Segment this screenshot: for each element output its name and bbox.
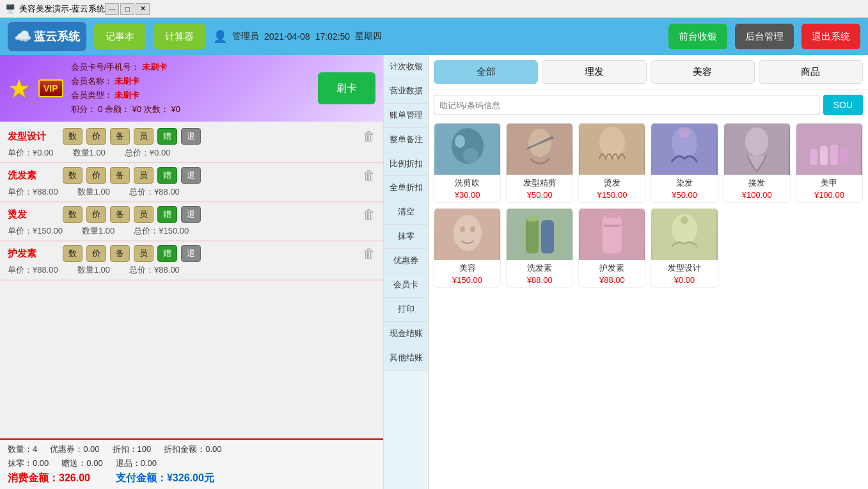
nav-daYin[interactable]: 打印 — [384, 298, 428, 322]
notebook-button[interactable]: 记事本 — [94, 24, 146, 49]
date-display: 2021-04-08 — [264, 31, 310, 42]
nav-qiTa[interactable]: 其他结账 — [384, 346, 428, 371]
return-button[interactable]: 退 — [181, 128, 201, 145]
delete-icon[interactable]: 🗑 — [363, 168, 375, 183]
product-card-9[interactable]: 护发素 ¥88.00 — [578, 208, 645, 288]
product-card-4[interactable]: 染发 ¥50.00 — [651, 123, 718, 203]
delete-icon[interactable]: 🗑 — [363, 246, 375, 261]
nav-quanDan[interactable]: 全单折扣 — [384, 176, 428, 200]
staff-button[interactable]: 员 — [134, 128, 154, 145]
logout-button[interactable]: 退出系统 — [801, 24, 860, 49]
consume-total: 消费金额：326.00 — [8, 472, 90, 485]
gift-button[interactable]: 赠 — [157, 245, 177, 262]
qty-button[interactable]: 数 — [63, 128, 83, 145]
weekday-display: 星期四 — [355, 31, 382, 42]
note-button[interactable]: 备 — [110, 167, 130, 184]
vip-star-icon: ★ — [8, 74, 31, 103]
qty-button[interactable]: 数 — [63, 245, 83, 262]
calculator-button[interactable]: 计算器 — [154, 24, 205, 49]
product-card-10[interactable]: 发型设计 ¥0.00 — [651, 208, 718, 288]
product-card-5[interactable]: 接发 ¥100.00 — [723, 123, 791, 203]
nav-moLing[interactable]: 抹零 — [384, 225, 428, 249]
product-card-8[interactable]: 洗发素 ¥88.00 — [506, 208, 573, 288]
nav-huiYuan[interactable]: 会员卡 — [384, 273, 428, 298]
front-desk-button[interactable]: 前台收银 — [668, 24, 727, 49]
cart-area: 发型设计 数 价 备 员 赠 退 🗑 单价：¥0.00 数量1.00 总价：¥0… — [0, 122, 383, 438]
note-button[interactable]: 备 — [110, 206, 130, 223]
product-name-2: 发型精剪 — [507, 175, 572, 189]
logo-text: 蓝云系统 — [34, 29, 80, 44]
price-button[interactable]: 价 — [86, 128, 106, 145]
tab-shangpin[interactable]: 商品 — [759, 60, 863, 84]
balance-label: 余额： — [105, 104, 130, 114]
product-card-6[interactable]: 美甲 ¥100.00 — [796, 123, 863, 203]
product-name-6: 美甲 — [796, 175, 862, 189]
qty-button[interactable]: 数 — [63, 167, 83, 184]
back-desk-button[interactable]: 后台管理 — [735, 24, 794, 49]
svg-point-21 — [454, 215, 482, 251]
nav-yingYe[interactable]: 营业数据 — [384, 79, 428, 104]
tab-lifa[interactable]: 理发 — [542, 60, 646, 84]
gift-button[interactable]: 赠 — [157, 167, 177, 184]
return-button[interactable]: 退 — [181, 245, 201, 262]
vip-name-value: 未刷卡 — [114, 76, 139, 86]
search-input[interactable] — [434, 95, 819, 115]
product-card-1[interactable]: 洗剪吹 ¥30.00 — [434, 123, 501, 203]
points-label: 积分： — [71, 104, 96, 114]
window-title: 美容美发演示-蓝云系统 — [19, 3, 105, 15]
product-card-7[interactable]: 美容 ¥150.00 — [434, 208, 501, 288]
price-button[interactable]: 价 — [86, 167, 106, 184]
staff-button[interactable]: 员 — [134, 206, 154, 223]
tab-meirong[interactable]: 美容 — [651, 60, 755, 84]
return-button[interactable]: 退 — [181, 167, 201, 184]
svg-rect-30 — [606, 213, 619, 218]
product-price-5: ¥100.00 — [724, 189, 790, 202]
cart-item: 洗发素 数 价 备 员 赠 退 🗑 单价：¥88.00 数量1.00 总价：¥8… — [0, 163, 383, 202]
note-button[interactable]: 备 — [110, 245, 130, 262]
total-price: 总价：¥150.00 — [134, 225, 189, 237]
gift-button[interactable]: 赠 — [157, 206, 177, 223]
category-tabs: 全部 理发 美容 商品 — [429, 55, 868, 90]
gift-button[interactable]: 赠 — [157, 128, 177, 145]
nav-qingKong[interactable]: 清空 — [384, 200, 428, 225]
maximize-button[interactable]: □ — [120, 3, 134, 15]
search-button[interactable]: SOU — [823, 95, 863, 115]
quantity: 数量1.00 — [82, 225, 114, 237]
unit-price: 单价：¥88.00 — [8, 186, 58, 198]
return-button[interactable]: 退 — [181, 206, 201, 223]
delete-icon[interactable]: 🗑 — [363, 129, 375, 144]
scan-card-button[interactable]: 刷卡 — [318, 72, 375, 104]
nav-youHui[interactable]: 优惠券 — [384, 249, 428, 273]
nav-xianJin[interactable]: 现金结账 — [384, 322, 428, 346]
cart-item-name: 护发素 — [8, 248, 59, 260]
window-controls: — □ ✕ — [105, 3, 150, 15]
nav-biLi[interactable]: 比例折扣 — [384, 152, 428, 177]
svg-rect-19 — [840, 148, 848, 165]
qty-button[interactable]: 数 — [63, 206, 83, 223]
product-name-5: 接发 — [724, 175, 790, 189]
product-image-10 — [651, 209, 717, 260]
price-button[interactable]: 价 — [86, 245, 106, 262]
tab-all[interactable]: 全部 — [434, 60, 538, 84]
product-image-6 — [796, 124, 862, 175]
nav-zhengDan[interactable]: 整单备注 — [384, 128, 428, 152]
product-card-3[interactable]: 烫发 ¥150.00 — [578, 123, 645, 203]
time-display: 17:02:50 — [315, 31, 351, 42]
nav-zhangDan[interactable]: 账单管理 — [384, 104, 428, 128]
product-image-2 — [507, 124, 572, 175]
product-card-2[interactable]: 发型精剪 ¥50.00 — [506, 123, 573, 203]
app-icon: 🖥️ — [5, 4, 15, 13]
staff-button[interactable]: 员 — [134, 167, 154, 184]
delete-icon[interactable]: 🗑 — [363, 207, 375, 222]
note-button[interactable]: 备 — [110, 128, 130, 145]
total-price: 总价：¥88.00 — [129, 264, 180, 276]
unit-price: 单价：¥88.00 — [8, 264, 58, 276]
minimize-button[interactable]: — — [105, 3, 119, 15]
titlebar: 🖥️ 美容美发演示-蓝云系统 — □ ✕ — [0, 0, 868, 18]
price-button[interactable]: 价 — [86, 206, 106, 223]
nav-jiCi[interactable]: 计次收银 — [384, 55, 428, 79]
close-button[interactable]: ✕ — [136, 3, 150, 15]
footer-coupon: 优惠券：0.00 — [50, 444, 99, 455]
staff-button[interactable]: 员 — [134, 245, 154, 262]
cart-item: 烫发 数 价 备 员 赠 退 🗑 单价：¥150.00 数量1.00 总价：¥1… — [0, 202, 383, 241]
